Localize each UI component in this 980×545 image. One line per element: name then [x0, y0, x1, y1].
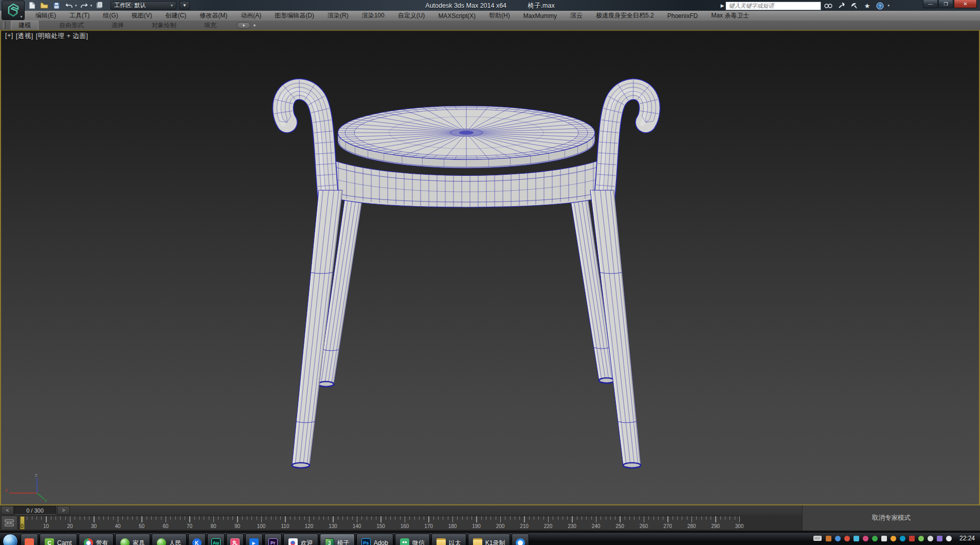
viewport-pov-menu[interactable]: [透视]: [16, 32, 33, 41]
mini-curve-editor-button[interactable]: [1, 516, 17, 530]
open-file-button[interactable]: [39, 1, 49, 10]
wechat-icon: [400, 538, 409, 545]
taskbar-item-2[interactable]: 带有: [79, 534, 114, 545]
tray-icon-2[interactable]: [844, 536, 850, 541]
taskbar-clock[interactable]: 22:24: [959, 535, 975, 542]
ribbon-tab-0[interactable]: 建模: [11, 21, 39, 30]
ribbon-minimize-button[interactable]: ▼: [237, 22, 250, 29]
taskbar-item-13[interactable]: 微信: [395, 534, 430, 545]
language-keyboard-icon[interactable]: [813, 535, 822, 541]
ribbon-options-caret[interactable]: ▾: [253, 23, 256, 28]
time-ruler[interactable]: 0102030405060708090100110120130140150160…: [19, 516, 740, 530]
menu-item-12[interactable]: 帮助(H): [482, 11, 517, 21]
subscription-wrench-icon[interactable]: [837, 2, 845, 10]
menu-item-2[interactable]: 组(G): [96, 11, 124, 21]
taskbar-item-15[interactable]: K1录制: [468, 534, 511, 545]
menu-item-3[interactable]: 视图(V): [125, 11, 159, 21]
new-file-button[interactable]: [27, 1, 37, 10]
menu-item-15[interactable]: 极速瘦身安全归档5.2: [589, 11, 661, 21]
menu-item-11[interactable]: MAXScript(X): [431, 11, 482, 21]
communication-center-icon[interactable]: [850, 2, 858, 10]
tray-icon-6[interactable]: [881, 536, 887, 541]
left-handle: [274, 80, 337, 198]
search-icon[interactable]: [824, 2, 832, 10]
menu-item-1[interactable]: 工具(T): [63, 11, 96, 21]
ribbon-tab-3[interactable]: 对象绘制: [144, 21, 184, 30]
project-folder-button[interactable]: [94, 1, 104, 10]
save-file-button[interactable]: [51, 1, 62, 10]
menu-item-9[interactable]: 渲染100: [355, 11, 391, 21]
menu-item-7[interactable]: 图形编辑器(D): [268, 11, 321, 21]
start-button[interactable]: [0, 534, 21, 545]
taskbar-item-label: Adob: [374, 539, 388, 545]
tray-icon-12[interactable]: [937, 536, 942, 541]
menu-item-14[interactable]: 渲云: [564, 11, 589, 21]
taskbar-item-0[interactable]: [21, 534, 38, 545]
menu-item-0[interactable]: 编辑(E): [29, 11, 63, 21]
taskbar-item-7[interactable]: 丸: [226, 534, 244, 545]
favorites-star-icon[interactable]: ★: [863, 2, 871, 10]
window-controls: — ❐ ✕: [922, 0, 977, 8]
menu-item-6[interactable]: 动画(A): [234, 11, 268, 21]
system-tray: 22:24: [810, 534, 980, 542]
workspace-selector[interactable]: 工作区: 默认 ▾: [111, 1, 176, 10]
taskbar-item-label: 带有: [96, 539, 108, 545]
menu-item-5[interactable]: 修改器(M): [193, 11, 234, 21]
taskbar-item-3[interactable]: 家具: [115, 534, 150, 545]
ribbon-tab-2[interactable]: 选择: [104, 21, 131, 30]
cancel-expert-mode-button[interactable]: 取消专家模式: [872, 514, 911, 522]
taskbar-item-4[interactable]: 人民: [152, 534, 187, 545]
tick-label-260: 260: [640, 523, 648, 529]
help-icon[interactable]: ?: [876, 2, 884, 10]
workspace-menu-button[interactable]: ▼: [179, 1, 190, 10]
undo-history-caret[interactable]: ▾: [75, 4, 77, 8]
ribbon-grip-handle[interactable]: [3, 22, 6, 29]
taskbar-item-16[interactable]: [512, 534, 529, 545]
taskbar-item-14[interactable]: 以太: [431, 534, 466, 545]
next-frame-button[interactable]: >: [57, 506, 70, 515]
tray-icon-0[interactable]: [826, 536, 831, 541]
current-frame-display[interactable]: 0 / 300: [14, 506, 56, 515]
menu-item-10[interactable]: 自定义(U): [391, 11, 432, 21]
tick-label-140: 140: [353, 523, 361, 529]
taskbar-item-11[interactable]: 3椅子: [320, 534, 355, 545]
tray-icon-1[interactable]: [835, 536, 841, 541]
menu-item-13[interactable]: MaxMummy: [517, 11, 564, 21]
tray-icon-11[interactable]: [928, 536, 933, 541]
tray-icon-5[interactable]: [872, 536, 878, 541]
ribbon-tab-4[interactable]: 填充: [197, 21, 224, 30]
close-button[interactable]: ✕: [954, 0, 977, 8]
perspective-viewport[interactable]: [+] [透视] [明暗处理 + 边面] z x y: [0, 30, 980, 505]
redo-button[interactable]: [79, 1, 89, 10]
menu-item-8[interactable]: 渲染(R): [321, 11, 355, 21]
taskbar-item-12[interactable]: PsAdob: [356, 534, 393, 545]
viewport-general-menu[interactable]: [+]: [5, 32, 13, 41]
tray-icon-9[interactable]: [909, 536, 915, 541]
previous-frame-button[interactable]: <: [1, 506, 14, 515]
taskbar-item-10[interactable]: 欢迎: [283, 534, 318, 545]
search-expand-icon[interactable]: ▶: [721, 3, 724, 8]
ribbon-tab-1[interactable]: 自由形式: [52, 21, 91, 30]
taskbar-item-8[interactable]: ▶: [245, 534, 263, 545]
menu-item-16[interactable]: PhoenixFD: [661, 11, 704, 21]
tray-icon-8[interactable]: [900, 536, 905, 541]
taskbar-item-6[interactable]: Au: [207, 534, 225, 545]
menu-item-17[interactable]: Max 杀毒卫士: [704, 11, 756, 21]
search-input[interactable]: [725, 2, 821, 10]
undo-button[interactable]: [64, 1, 74, 10]
minimize-button[interactable]: —: [923, 0, 938, 8]
viewport-shading-menu[interactable]: [明暗处理 + 边面]: [36, 32, 88, 41]
tray-icon-4[interactable]: [863, 536, 868, 541]
menu-item-4[interactable]: 创建(C): [159, 11, 193, 21]
taskbar-item-1[interactable]: CCamt: [40, 534, 77, 545]
tray-icon-10[interactable]: [918, 536, 924, 541]
taskbar-item-5[interactable]: K: [188, 534, 206, 545]
application-menu-button[interactable]: ▼: [2, 1, 25, 20]
tray-icon-13[interactable]: [946, 536, 952, 541]
redo-history-caret[interactable]: ▾: [90, 4, 93, 8]
tray-icon-7[interactable]: [891, 536, 896, 541]
taskbar-item-9[interactable]: Pr: [264, 534, 282, 545]
help-caret[interactable]: ▾: [887, 4, 890, 8]
tray-icon-3[interactable]: [854, 536, 859, 541]
restore-button[interactable]: ❐: [938, 0, 953, 8]
